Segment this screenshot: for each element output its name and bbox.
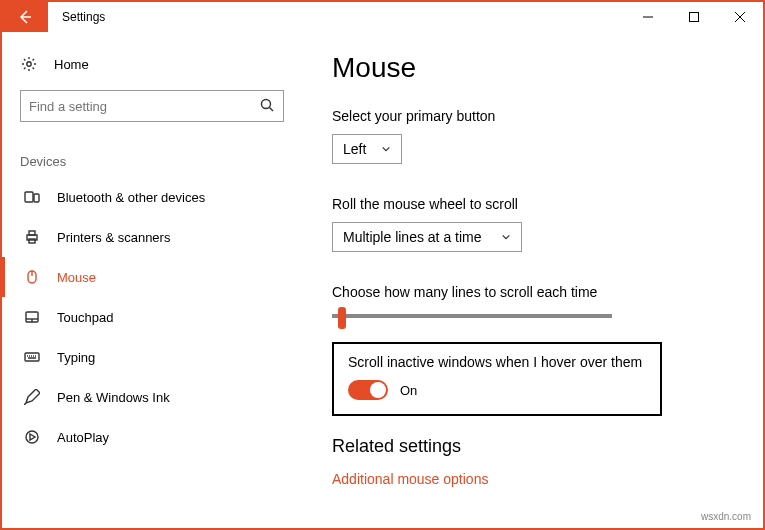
chevron-down-icon	[501, 229, 511, 245]
sidebar-section-label: Devices	[2, 132, 302, 177]
settings-window: Settings Home Devices	[0, 0, 765, 530]
devices-icon	[23, 189, 41, 205]
sidebar-item-label: Pen & Windows Ink	[57, 390, 170, 405]
scroll-inactive-label: Scroll inactive windows when I hover ove…	[348, 354, 646, 370]
printer-icon	[23, 229, 41, 245]
sidebar-item-label: Typing	[57, 350, 95, 365]
lines-slider[interactable]	[332, 314, 612, 318]
additional-mouse-options-link[interactable]: Additional mouse options	[332, 471, 733, 487]
window-title: Settings	[48, 2, 119, 32]
sidebar-item-mouse[interactable]: Mouse	[2, 257, 302, 297]
home-label: Home	[54, 57, 89, 72]
slider-thumb[interactable]	[338, 307, 346, 329]
svg-rect-7	[29, 239, 35, 243]
scroll-inactive-section: Scroll inactive windows when I hover ove…	[332, 342, 662, 416]
sidebar-item-label: AutoPlay	[57, 430, 109, 445]
related-heading: Related settings	[332, 436, 733, 457]
page-heading: Mouse	[332, 52, 733, 84]
search-box[interactable]	[20, 90, 284, 122]
titlebar: Settings	[2, 2, 763, 32]
sidebar-item-touchpad[interactable]: Touchpad	[2, 297, 302, 337]
primary-button-label: Select your primary button	[332, 108, 733, 124]
dropdown-value: Multiple lines at a time	[343, 229, 482, 245]
svg-rect-6	[29, 231, 35, 235]
svg-rect-4	[34, 194, 39, 202]
window-controls	[625, 2, 763, 32]
sidebar-item-label: Printers & scanners	[57, 230, 170, 245]
autoplay-icon	[23, 429, 41, 445]
sidebar-item-autoplay[interactable]: AutoPlay	[2, 417, 302, 457]
svg-point-2	[262, 99, 271, 108]
toggle-state: On	[400, 383, 417, 398]
sidebar-item-printers[interactable]: Printers & scanners	[2, 217, 302, 257]
sidebar-item-label: Bluetooth & other devices	[57, 190, 205, 205]
back-button[interactable]	[2, 2, 48, 32]
svg-rect-13	[25, 353, 39, 361]
pen-icon	[23, 389, 41, 405]
mouse-icon	[23, 269, 41, 285]
search-icon	[259, 97, 275, 116]
touchpad-icon	[23, 309, 41, 325]
toggle-knob	[370, 382, 386, 398]
sidebar: Home Devices Bluetooth & other devices P…	[2, 32, 302, 528]
wheel-dropdown[interactable]: Multiple lines at a time	[332, 222, 522, 252]
primary-button-dropdown[interactable]: Left	[332, 134, 402, 164]
gear-icon	[20, 56, 38, 72]
sidebar-item-typing[interactable]: Typing	[2, 337, 302, 377]
dropdown-value: Left	[343, 141, 366, 157]
sidebar-item-label: Touchpad	[57, 310, 113, 325]
back-arrow-icon	[17, 9, 33, 25]
keyboard-icon	[23, 349, 41, 365]
svg-rect-0	[690, 13, 699, 22]
lines-label: Choose how many lines to scroll each tim…	[332, 284, 733, 300]
svg-point-1	[27, 62, 31, 66]
wheel-label: Roll the mouse wheel to scroll	[332, 196, 733, 212]
close-button[interactable]	[717, 2, 763, 32]
home-nav[interactable]: Home	[2, 48, 302, 80]
search-input[interactable]	[29, 99, 259, 114]
scroll-inactive-toggle[interactable]	[348, 380, 388, 400]
sidebar-item-label: Mouse	[57, 270, 96, 285]
svg-rect-3	[25, 192, 33, 202]
watermark: wsxdn.com	[701, 511, 751, 522]
chevron-down-icon	[381, 141, 391, 157]
maximize-button[interactable]	[671, 2, 717, 32]
sidebar-item-bluetooth[interactable]: Bluetooth & other devices	[2, 177, 302, 217]
main-panel: Mouse Select your primary button Left Ro…	[302, 32, 763, 528]
sidebar-item-pen[interactable]: Pen & Windows Ink	[2, 377, 302, 417]
minimize-button[interactable]	[625, 2, 671, 32]
